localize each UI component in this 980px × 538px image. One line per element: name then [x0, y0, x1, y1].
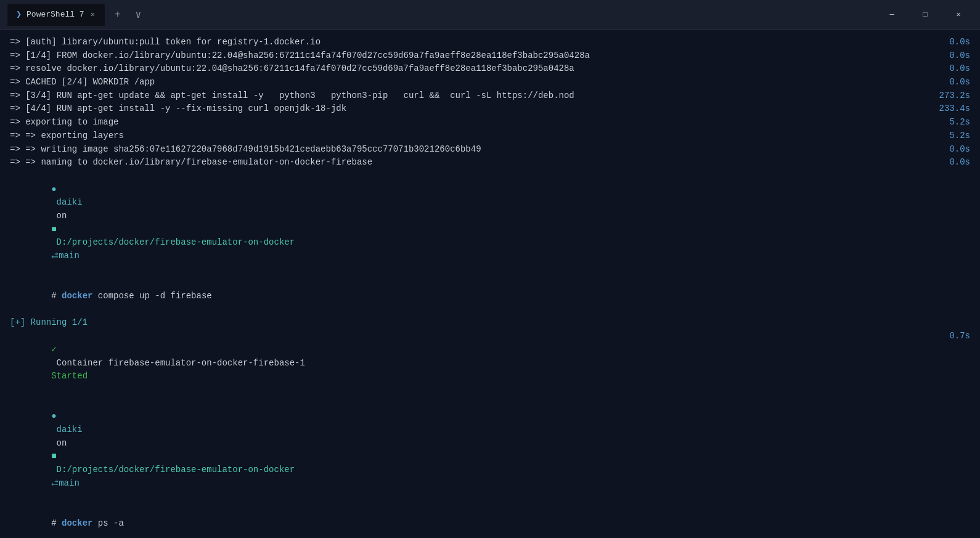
close-button[interactable]: ✕ [944, 5, 973, 25]
window-controls: ─ □ ✕ [878, 5, 973, 25]
command-line: # docker compose up -d firebase [10, 276, 970, 316]
dropdown-button[interactable]: ∨ [131, 6, 147, 23]
title-bar: ❯ PowerShell 7 ✕ + ∨ ─ □ ✕ [0, 0, 980, 30]
new-tab-button[interactable]: + [110, 7, 126, 23]
prompt-line: ● daiki on ■ D:/projects/docker/firebase… [10, 397, 970, 504]
running-line: [+] Running 1/1 [10, 316, 970, 330]
terminal-line: => [1/4] FROM docker.io/library/ubuntu:2… [10, 49, 970, 63]
terminal-line: => [auth] library/ubuntu:pull token for … [10, 36, 970, 49]
minimize-button[interactable]: ─ [878, 5, 906, 25]
tab-label: PowerShell 7 [27, 10, 84, 19]
powershell-icon: ❯ [16, 9, 22, 20]
terminal-line: => CACHED [2/4] WORKDIR /app 0.0s [10, 76, 970, 89]
maximize-button[interactable]: □ [911, 5, 939, 25]
terminal-line: => resolve docker.io/library/ubuntu:22.0… [10, 62, 970, 76]
command-line-2: # docker ps -a [10, 503, 970, 538]
powershell-tab[interactable]: ❯ PowerShell 7 ✕ [7, 4, 105, 26]
terminal-output[interactable]: => [auth] library/ubuntu:pull token for … [0, 30, 980, 538]
container-started-line: ✓ Container firebase-emulator-on-docker-… [10, 330, 970, 396]
prompt-line: ● daiki on ■ D:/projects/docker/firebase… [10, 169, 970, 277]
terminal-line: => [4/4] RUN apt-get install -y --fix-mi… [10, 102, 970, 116]
app-window: ❯ PowerShell 7 ✕ + ∨ ─ □ ✕ => [auth] lib… [0, 0, 980, 538]
terminal-line: => exporting to image 5.2s [10, 116, 970, 129]
terminal-line: => => writing image sha256:07e11627220a7… [10, 143, 970, 157]
terminal-line: => => exporting layers 5.2s [10, 129, 970, 143]
terminal-line: => => naming to docker.io/library/fireba… [10, 156, 970, 169]
tab-close-button[interactable]: ✕ [89, 10, 96, 19]
terminal-line: => [3/4] RUN apt-get update && apt-get i… [10, 89, 970, 103]
title-bar-left: ❯ PowerShell 7 ✕ + ∨ [7, 4, 878, 26]
